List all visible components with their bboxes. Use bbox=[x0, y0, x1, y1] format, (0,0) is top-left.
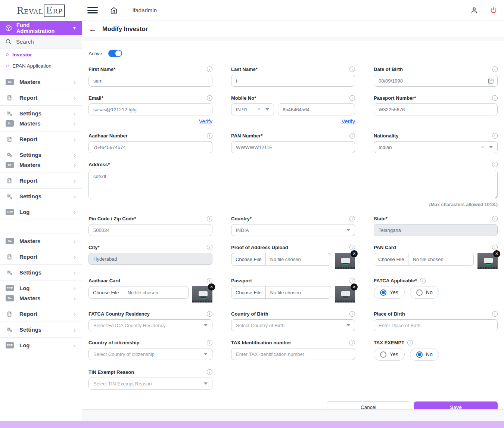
info-icon[interactable] bbox=[349, 278, 355, 283]
logout-button[interactable] bbox=[483, 0, 504, 21]
info-icon[interactable] bbox=[349, 245, 355, 250]
clear-icon[interactable] bbox=[258, 107, 260, 112]
remove-file-icon[interactable] bbox=[351, 250, 358, 257]
info-icon[interactable] bbox=[207, 245, 212, 250]
remove-file-icon[interactable] bbox=[351, 283, 358, 291]
profile-button[interactable] bbox=[465, 0, 483, 21]
chevron-right-icon bbox=[74, 326, 76, 333]
info-icon[interactable] bbox=[207, 95, 212, 101]
sidebar-item-settings[interactable]: Settings bbox=[0, 267, 82, 277]
aadhaar-number-input[interactable] bbox=[88, 141, 212, 153]
last-name-input[interactable] bbox=[231, 75, 355, 87]
info-icon[interactable] bbox=[492, 133, 498, 139]
info-icon[interactable] bbox=[207, 66, 212, 72]
citizenship-select[interactable]: Select Country of citizenship bbox=[88, 348, 212, 360]
info-icon[interactable] bbox=[349, 133, 355, 139]
sidebar-item-report[interactable]: Report bbox=[0, 309, 82, 319]
sidebar-item-report[interactable]: Report bbox=[0, 93, 82, 103]
sidebar-item-masters[interactable]: $= Masters bbox=[0, 160, 82, 170]
sidebar-item-log[interactable]: ERP Log bbox=[0, 207, 82, 217]
pan-number-input[interactable] bbox=[231, 141, 355, 153]
info-icon[interactable] bbox=[349, 311, 355, 317]
sidebar-item-settings[interactable]: Settings bbox=[0, 150, 82, 160]
place-of-birth-input[interactable] bbox=[374, 319, 498, 331]
info-icon[interactable] bbox=[407, 340, 413, 345]
pin-code-input[interactable] bbox=[88, 224, 212, 236]
date-of-birth-input[interactable] bbox=[374, 75, 498, 87]
passport-number-input[interactable] bbox=[374, 103, 498, 115]
info-icon[interactable] bbox=[207, 311, 212, 317]
menu-toggle-button[interactable] bbox=[82, 0, 103, 21]
first-name-input[interactable] bbox=[88, 75, 212, 87]
sidebar-item-log[interactable]: ERP Log bbox=[0, 283, 82, 293]
sidebar-item-epan-application[interactable]: EPAN Application bbox=[0, 60, 82, 71]
sidebar-item-log[interactable]: ERP Log bbox=[0, 340, 82, 350]
sidebar-search[interactable]: Search bbox=[0, 35, 82, 49]
info-icon[interactable] bbox=[349, 216, 355, 221]
aadhaar-card-file-input[interactable]: Choose File No file chosen bbox=[88, 286, 189, 299]
info-icon[interactable] bbox=[492, 162, 498, 167]
hamburger-icon bbox=[87, 6, 98, 15]
chevron-right-icon bbox=[74, 285, 76, 292]
tax-id-input[interactable] bbox=[231, 348, 355, 360]
mobile-input[interactable] bbox=[278, 103, 355, 115]
info-icon[interactable] bbox=[207, 340, 212, 345]
info-icon[interactable] bbox=[492, 216, 498, 221]
sidebar-item-report[interactable]: Report bbox=[0, 134, 82, 144]
info-icon[interactable] bbox=[492, 95, 498, 101]
info-icon[interactable] bbox=[349, 95, 355, 101]
sidebar-item-settings[interactable]: Settings bbox=[0, 108, 82, 118]
sidebar-item-masters[interactable]: $= Masters bbox=[0, 236, 82, 246]
info-icon[interactable] bbox=[420, 278, 426, 283]
choose-file-button[interactable]: Choose File bbox=[374, 253, 408, 265]
home-button[interactable] bbox=[103, 0, 124, 21]
page-title: Modify Investor bbox=[102, 25, 148, 32]
fatca-country-select[interactable]: Select FATCA Country Residency bbox=[88, 319, 212, 331]
address-textarea[interactable]: sdfsdf bbox=[88, 170, 498, 199]
tax-exempt-yes-radio[interactable]: Yes bbox=[374, 348, 405, 361]
tin-exempt-select[interactable]: Select TIN Exempt Reason bbox=[88, 378, 212, 390]
info-icon[interactable] bbox=[492, 66, 498, 72]
sidebar-item-masters[interactable]: $= Masters bbox=[0, 77, 82, 87]
sidebar-item-report[interactable]: Report bbox=[0, 176, 82, 186]
passport-file-input[interactable]: Choose File No file chosen bbox=[231, 286, 331, 299]
pan-card-file-input[interactable]: Choose File No file chosen bbox=[374, 253, 474, 266]
info-icon[interactable] bbox=[207, 369, 212, 375]
fatca-no-radio[interactable]: No bbox=[410, 286, 439, 299]
email-verify-link[interactable]: Verify bbox=[199, 118, 212, 124]
info-icon[interactable] bbox=[349, 340, 355, 345]
remove-file-icon[interactable] bbox=[208, 283, 215, 291]
info-icon[interactable] bbox=[207, 216, 212, 221]
passport-number-field: Passport Number* bbox=[374, 95, 498, 124]
sidebar-item-settings[interactable]: Settings bbox=[0, 325, 82, 335]
dropdown-caret-icon bbox=[204, 382, 208, 385]
sidebar-item-masters[interactable]: $= Masters bbox=[0, 293, 82, 303]
choose-file-button[interactable]: Choose File bbox=[89, 286, 123, 298]
info-icon[interactable] bbox=[492, 311, 498, 317]
masters-icon: $= bbox=[6, 162, 14, 168]
mobile-verify-link[interactable]: Verify bbox=[342, 118, 355, 124]
sidebar-item-report[interactable]: Report bbox=[0, 252, 82, 262]
choose-file-button[interactable]: Choose File bbox=[231, 253, 266, 265]
proof-of-address-file-input[interactable]: Choose File No file chosen bbox=[231, 253, 331, 266]
sidebar-item-settings[interactable]: Settings bbox=[0, 191, 82, 201]
back-arrow-icon[interactable]: ← bbox=[89, 25, 96, 33]
nationality-select[interactable]: Indian bbox=[374, 141, 498, 153]
sidebar-item-masters[interactable]: $= Masters bbox=[0, 118, 82, 128]
sidebar-item-investor[interactable]: Investor bbox=[0, 49, 82, 60]
clear-icon[interactable] bbox=[481, 145, 484, 150]
calendar-icon[interactable] bbox=[488, 78, 494, 84]
country-of-birth-select[interactable]: Select Country of Birth bbox=[231, 319, 355, 331]
tax-exempt-no-radio[interactable]: No bbox=[410, 348, 439, 361]
info-icon[interactable] bbox=[207, 278, 212, 283]
country-code-select[interactable]: IN 91 bbox=[231, 103, 274, 115]
fatca-yes-radio[interactable]: Yes bbox=[374, 286, 405, 299]
remove-file-icon[interactable] bbox=[493, 250, 500, 257]
info-icon[interactable] bbox=[207, 133, 212, 139]
choose-file-button[interactable]: Choose File bbox=[231, 286, 266, 298]
email-input[interactable] bbox=[88, 103, 212, 115]
info-icon[interactable] bbox=[349, 66, 355, 72]
info-icon[interactable] bbox=[492, 245, 498, 250]
active-toggle[interactable] bbox=[108, 50, 122, 57]
module-selector[interactable]: Fund Administration ▼ bbox=[0, 21, 82, 35]
